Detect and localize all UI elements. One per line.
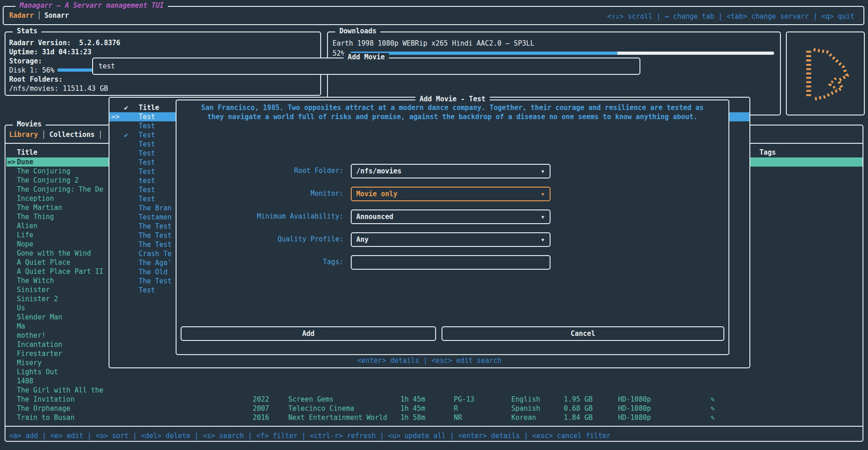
movie-title: Lights Out [17,367,58,377]
result-title: The Test [139,231,172,240]
tab-sonarr[interactable]: Sonarr [44,11,69,20]
result-title: Test [139,286,155,295]
disk-usage: Disk 1: 56% [9,66,54,75]
movie-row[interactable]: The Invitation2022Screen Gems1h 45mPG-13… [6,395,863,404]
movie-description-line2: they navigate a world full of risks and … [177,112,728,121]
movie-rating: R [454,404,458,413]
result-title: The Old [139,267,167,277]
movies-panel-title: Movies [13,120,46,128]
results-keybinds: <enter> details | <esc> edit search [109,356,749,365]
result-title: Test [139,140,155,149]
caret-down-icon: ▼ [541,215,544,220]
downloads-panel-title: Downloads [335,27,380,35]
tab-library[interactable]: Library [9,131,38,139]
movies-tab-divider: │ [38,131,49,139]
result-title: Test [139,149,155,158]
movie-studio: Telecinco Cinema [288,404,354,413]
storage-label: Storage: [9,57,42,66]
managarr-app: Managarr — A Servarr management TUI Rada… [0,0,868,450]
column-header-tags: Tags [759,148,776,157]
footer-separator [5,426,863,427]
movie-title: Ma [17,322,25,331]
result-title: Test [139,131,155,140]
movie-year: 2016 [253,413,269,422]
result-title: Test [139,185,155,194]
dropdown-qualityprofile[interactable]: Any▼ [351,232,551,247]
dropdown-rootfolder[interactable]: /nfs/movies▼ [351,164,551,178]
result-title: test [139,176,155,185]
results-title-header: Title [139,103,159,112]
top-bar: Managarr — A Servarr management TUI Rada… [3,6,864,25]
movie-year: 2022 [253,395,269,404]
column-header-title: Title [17,148,37,157]
field-value: /nfs/movies [356,167,401,175]
root-folders-label: Root Folders: [9,75,62,84]
movies-tabs: Library│Collections│ [9,130,106,139]
movie-title: The Conjuring 2 [17,176,78,185]
movie-title: Dune [17,157,33,167]
top-keybinds: <↑↓> scroll | ↔ change tab | <tab> chang… [607,12,854,21]
movie-title: mother! [17,331,46,340]
movie-row[interactable]: 1408 [6,377,863,386]
movie-title: The Orphanage [17,404,70,413]
movie-row[interactable]: The Orphanage2007Telecinco Cinema1h 45mR… [6,404,863,413]
movies-tab-divider-2: │ [95,131,106,139]
cancel-button[interactable]: Cancel [442,326,724,341]
result-title: Test [139,121,155,131]
download-progress-gauge [351,52,774,55]
field-label: Monitor: [177,189,343,198]
movie-title: Slender Man [17,313,62,322]
movie-title: The Girl with All the [17,386,104,395]
movie-language: English [511,395,540,404]
dropdown-monitor[interactable]: Movie only▼ [351,187,551,201]
caret-down-icon: ▼ [541,169,544,174]
movie-title: The Martian [17,203,62,212]
movie-title: A Quiet Place Part II [17,267,104,276]
movie-title: Life [17,230,33,240]
movie-size: 1.84 GB [564,413,593,422]
check-icon: ✔ [124,131,128,140]
modal-title: Add Movie - Test [416,95,490,103]
movie-size: 1.95 GB [564,395,593,404]
movie-title: A Quiet Place [17,258,70,267]
result-title: Test [139,167,155,176]
tab-radarr[interactable]: Radarr [9,11,34,20]
movie-title: Inception [17,194,54,203]
movie-title: The Witch [17,276,54,285]
root-folder-size: /nfs/movies: 11511.43 GB [9,84,108,93]
movie-year: 2007 [253,404,269,413]
modal-form: Root Folder:/nfs/movies▼Monitor:Movie on… [177,164,728,278]
logo-panel [786,31,865,115]
bottom-keybinds: <a> add | <e> edit | <o> sort | <del> de… [9,431,611,440]
movie-title: Sinister 2 [17,294,58,303]
movie-row[interactable]: Lights Out [6,367,863,377]
caret-down-icon: ▼ [541,237,544,242]
add-movie-search-panel[interactable]: Add Movie test [92,58,640,75]
add-button[interactable]: Add [181,326,436,341]
movie-title: Us [17,303,25,313]
tags-input[interactable] [351,255,551,270]
radarr-version: Radarr Version: 5.2.6.8376 [9,38,120,47]
dropdown-minimumavailability[interactable]: Announced▼ [351,209,551,224]
movie-rating: PG-13 [454,395,474,404]
field-label: Tags: [177,258,343,266]
movie-title: 1408 [17,377,33,386]
add-movie-modal: Add Movie - Test San Francisco, 1985. Tw… [176,99,729,355]
movie-title: The Conjuring: The De [17,185,104,194]
result-title: The Bran [139,204,172,213]
download-percent: 52% [333,49,345,58]
pencil-icon: ✎ [711,404,715,413]
stats-panel-title: Stats [13,27,42,35]
movie-row[interactable]: Train to Busan2016Next Entertainment Wor… [6,413,863,422]
tab-divider: │ [34,11,44,20]
result-title: Crash Te [139,249,172,258]
uptime: Uptime: 31d 04:31:23 [9,47,92,57]
result-title: The Test [139,240,172,249]
form-row: Quality Profile:Any▼ [177,232,728,247]
movie-title: Incantation [17,340,62,349]
tab-collections[interactable]: Collections [49,131,94,139]
form-row: Root Folder:/nfs/movies▼ [177,164,728,178]
movie-title: Sinister [17,285,50,294]
search-input[interactable]: test [99,62,115,71]
movie-row[interactable]: The Girl with All the [6,386,863,395]
